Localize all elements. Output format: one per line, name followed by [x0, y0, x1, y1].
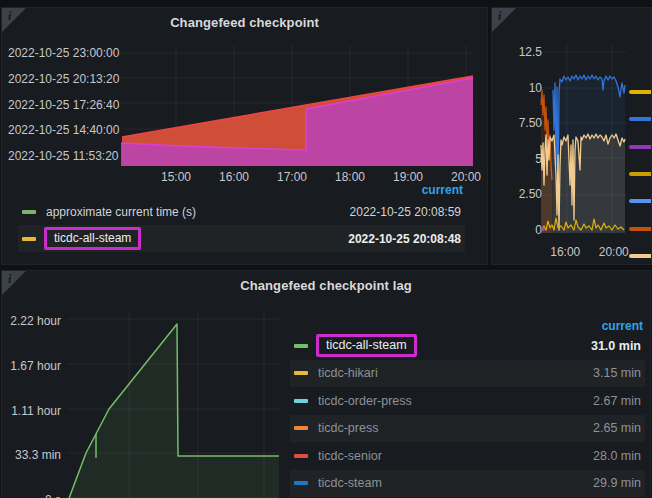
legend-color-swatch[interactable] [629, 254, 652, 258]
legend-row-ticdc-hikari: ticdc-hikari3.15 min [290, 360, 645, 388]
y-axis-ticks: 2.22 hour1.67 hour1.11 hour33.3 min0 s [6, 313, 61, 498]
legend-row-ticdc-all-steam: ticdc-all-steam31.0 min [290, 332, 645, 360]
legend-color-swatch [294, 481, 308, 485]
legend-label[interactable]: ticdc-press [318, 421, 378, 435]
y-axis-ticks: 12.5107.5052.500 [500, 44, 542, 238]
y-axis-tick-label: 1.11 hour [6, 403, 61, 419]
legend-color-swatch[interactable] [629, 172, 652, 176]
legend-label-box: ticdc-hikari [318, 366, 378, 380]
y-axis-tick-label: 2.22 hour [6, 313, 61, 329]
legend-current-value: 2.67 min [593, 394, 641, 408]
legend-label[interactable]: approximate current time (s) [46, 205, 196, 219]
y-axis-tick-label: 2022-10-25 14:40:00 [8, 122, 116, 138]
y-axis-ticks: 2022-10-25 23:00:002022-10-25 20:13:2020… [8, 45, 116, 164]
legend-current-value: 29.9 min [593, 476, 641, 490]
legend-current-value: 31.0 min [591, 339, 641, 353]
legend-color-swatch [294, 426, 308, 430]
y-axis-tick-label: 0 s [6, 492, 61, 498]
legend-current-value: 2.65 min [593, 421, 641, 435]
legend-label-box: ticdc-senior [318, 449, 382, 463]
legend-row-ticdc-senior: ticdc-senior28.0 min [290, 442, 645, 470]
info-icon-glyph: i [498, 9, 501, 24]
lag-chart[interactable] [67, 313, 279, 498]
legend-color-swatch[interactable] [629, 199, 652, 203]
legend-label-box: ticdc-steam [318, 476, 382, 490]
legend-label-box: ticdc-press [318, 421, 378, 435]
y-axis-tick-label: 5 [500, 151, 542, 167]
panel-right-cropped: i 12.5107.5052.500 16:0020:00 [491, 7, 652, 265]
y-axis-tick-label: 2022-10-25 11:53:20 [8, 148, 116, 164]
panel-info-icon[interactable] [492, 8, 516, 32]
legend-color-swatch[interactable] [629, 227, 652, 231]
legend-row-ticdc-steam: ticdc-steam29.9 min [290, 470, 645, 498]
x-axis-ticks: 16:0020:00 [541, 245, 638, 260]
legend-row-ticdc-press: ticdc-press2.65 min [290, 415, 645, 443]
legend-color-swatch [294, 399, 308, 403]
legend-lag: ticdc-all-steam31.0 minticdc-hikari3.15 … [290, 332, 645, 497]
y-axis-tick-label: 2022-10-25 17:26:40 [8, 97, 116, 113]
legend-label[interactable]: ticdc-all-steam [326, 338, 407, 352]
legend-label[interactable]: ticdc-senior [318, 449, 382, 463]
legend-row-ticdc-all-steam: ticdc-all-steam2022-10-25 20:08:48 [18, 225, 465, 252]
grafana-dashboard: { "colors": { "page_bg": "#0f1115", "pan… [0, 0, 652, 498]
panel-title[interactable]: Changefeed checkpoint lag [2, 278, 650, 293]
legend-current-value: 3.15 min [593, 366, 641, 380]
legend-color-swatch [22, 210, 36, 214]
legend-label-box: ticdc-order-press [318, 394, 412, 408]
y-axis-tick-label: 2022-10-25 23:00:00 [8, 45, 116, 61]
x-axis-tick-label: 17:00 [272, 170, 312, 185]
legend-label-box: approximate current time (s) [46, 205, 196, 219]
y-axis-tick-label: 10 [500, 80, 542, 96]
panel-changefeed-checkpoint: i Changefeed checkpoint 2022-10-25 23:00… [1, 7, 488, 265]
legend-header-current[interactable]: current [363, 183, 463, 197]
legend-color-swatch [294, 371, 308, 375]
y-axis-tick-label: 33.3 min [6, 447, 61, 463]
checkpoint-chart[interactable] [121, 45, 474, 166]
legend-color-swatch[interactable] [629, 145, 652, 149]
chart-svg [121, 45, 474, 166]
legend-label[interactable]: ticdc-steam [318, 476, 382, 490]
y-axis-tick-label: 1.67 hour [6, 358, 61, 374]
panel-title[interactable]: Changefeed checkpoint [2, 15, 487, 30]
legend-label-box: ticdc-all-steam [316, 334, 417, 357]
legend-label[interactable]: ticdc-hikari [318, 366, 378, 380]
legend-checkpoint: approximate current time (s)2022-10-25 2… [18, 198, 465, 252]
legend-current-value: 2022-10-25 20:08:48 [348, 232, 461, 246]
legend-color-swatch [294, 454, 308, 458]
legend-color-swatch [294, 344, 308, 348]
y-axis-tick-label: 2.50 [500, 186, 542, 202]
chart-svg [540, 45, 626, 233]
legend-current-value: 28.0 min [593, 449, 641, 463]
legend-color-swatch[interactable] [629, 117, 652, 121]
y-axis-tick-label: 0 [500, 222, 542, 238]
panel-changefeed-checkpoint-lag: i Changefeed checkpoint lag 2.22 hour1.6… [1, 270, 651, 498]
right-chart[interactable] [540, 45, 626, 233]
y-axis-tick-label: 2022-10-25 20:13:20 [8, 71, 116, 87]
y-axis-tick-label: 7.50 [500, 115, 542, 131]
legend-label[interactable]: ticdc-all-steam [54, 231, 131, 245]
legend-row-approximate current time (s): approximate current time (s)2022-10-25 2… [18, 198, 465, 225]
x-axis-tick-label: 16:00 [214, 170, 254, 185]
chart-svg [67, 313, 279, 498]
legend-current-value: 2022-10-25 20:08:59 [350, 205, 461, 219]
legend-swatch-column [629, 90, 652, 258]
legend-header-current[interactable]: current [543, 319, 643, 333]
legend-row-ticdc-order-press: ticdc-order-press2.67 min [290, 387, 645, 415]
legend-label-box: ticdc-all-steam [44, 227, 141, 250]
y-axis-tick-label: 12.5 [500, 44, 542, 60]
x-axis-tick-label: 15:00 [156, 170, 196, 185]
legend-color-swatch[interactable] [629, 90, 652, 94]
legend-label[interactable]: ticdc-order-press [318, 394, 412, 408]
legend-color-swatch [22, 237, 36, 241]
x-axis-tick-label: 16:00 [541, 245, 590, 260]
